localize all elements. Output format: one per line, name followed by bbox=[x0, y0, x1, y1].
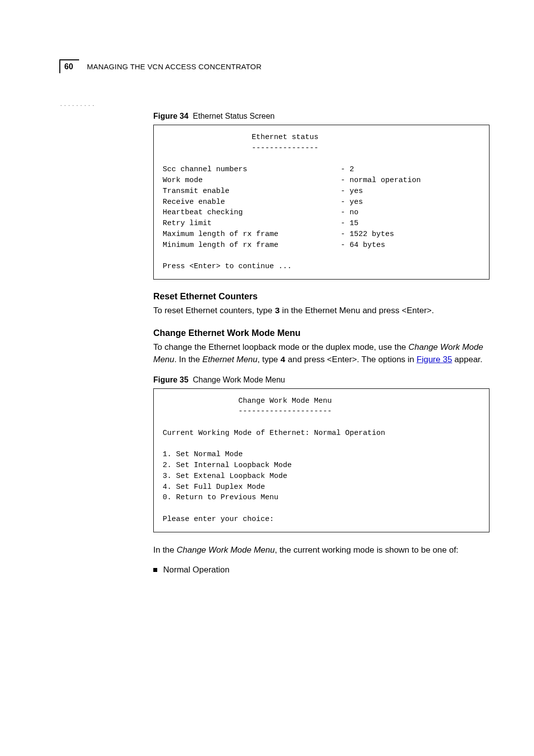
content-column: Figure 34 Ethernet Status Screen Etherne… bbox=[153, 112, 490, 575]
bullet-item: Normal Operation bbox=[153, 565, 490, 575]
page-number-box: 60 bbox=[59, 59, 79, 73]
change-body: To change the Ethernet loopback mode or … bbox=[153, 341, 490, 366]
figure-35-title: Change Work Mode Menu bbox=[193, 376, 285, 384]
reset-heading: Reset Ethernet Counters bbox=[153, 291, 490, 302]
page-container: 60 MANAGING THE VCN ACCESS CONCENTRATOR … bbox=[0, 0, 534, 605]
change-heading: Change Ethernet Work Mode Menu bbox=[153, 328, 490, 338]
bullet-square-icon bbox=[153, 568, 157, 572]
figure-35-link[interactable]: Figure 35 bbox=[417, 355, 452, 364]
figure-34-title: Ethernet Status Screen bbox=[193, 112, 274, 120]
figure-34-box: Ethernet status --------------- Scc chan… bbox=[153, 125, 490, 280]
footer-paragraph: In the Change Work Mode Menu, the curren… bbox=[153, 544, 490, 557]
figure-34-label: Figure 34 bbox=[153, 112, 188, 120]
running-head: MANAGING THE VCN ACCESS CONCENTRATOR bbox=[87, 62, 262, 71]
figure-35-box: Change Work Mode Menu ------------------… bbox=[153, 388, 490, 532]
figure-35-caption: Figure 35 Change Work Mode Menu bbox=[153, 376, 490, 384]
header-row: 60 MANAGING THE VCN ACCESS CONCENTRATOR bbox=[59, 59, 490, 73]
decorative-dots: . . . . . . . . . bbox=[60, 101, 490, 107]
figure-35-label: Figure 35 bbox=[153, 376, 188, 384]
page-header: 60 MANAGING THE VCN ACCESS CONCENTRATOR … bbox=[59, 59, 490, 107]
reset-body: To reset Ethernet counters, type 3 in th… bbox=[153, 305, 490, 318]
bullet-text: Normal Operation bbox=[163, 565, 229, 575]
figure-34-caption: Figure 34 Ethernet Status Screen bbox=[153, 112, 490, 121]
page-number: 60 bbox=[64, 62, 73, 71]
